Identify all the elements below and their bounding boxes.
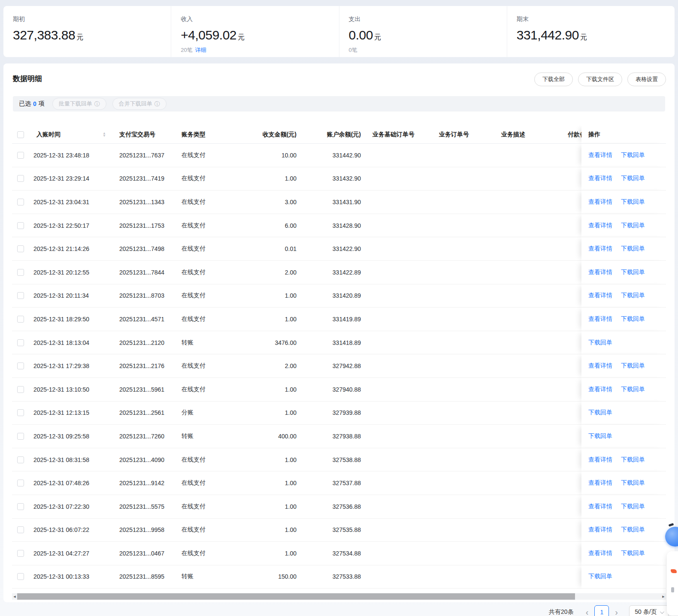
download-receipt-link[interactable]: 下载回单 <box>621 269 645 276</box>
row-checkbox[interactable] <box>17 503 24 510</box>
view-details-link[interactable]: 查看详情 <box>588 245 612 253</box>
row-actions: 查看详情下载回单 <box>581 144 666 167</box>
header-cell-order[interactable]: 业务订单号 <box>433 131 496 139</box>
download-receipt-link[interactable]: 下载回单 <box>621 362 645 370</box>
cell-type: 在线支付 <box>176 456 236 464</box>
cell-type: 在线支付 <box>176 222 236 229</box>
view-details-link[interactable]: 查看详情 <box>588 269 612 276</box>
download-receipt-link[interactable]: 下载回单 <box>621 292 645 299</box>
cell-balance: 327533.88 <box>303 573 367 580</box>
cell-amount: 1.00 <box>236 292 303 299</box>
cell-amount: 1.00 <box>236 409 303 416</box>
view-details-link[interactable]: 查看详情 <box>588 292 612 299</box>
row-checkbox[interactable] <box>17 222 24 229</box>
download-file-area-button[interactable]: 下载文件区 <box>578 72 622 86</box>
row-checkbox[interactable] <box>17 456 24 463</box>
prev-page-button[interactable]: ‹ <box>581 608 593 616</box>
cell-time: 2025-12-31 06:07:22 <box>31 526 114 533</box>
view-details-link[interactable]: 查看详情 <box>588 151 612 159</box>
view-details-link[interactable]: 查看详情 <box>588 503 612 510</box>
summary-card-unit: 元 <box>374 33 381 42</box>
download-receipt-link[interactable]: 下载回单 <box>621 198 645 206</box>
row-checkbox[interactable] <box>17 409 24 416</box>
summary-detail-link[interactable]: 详细 <box>195 47 206 53</box>
header-label: 入账时间 <box>36 131 61 139</box>
select-all-checkbox[interactable] <box>17 131 24 138</box>
current-page-button[interactable]: 1 <box>594 605 609 616</box>
row-checkbox[interactable] <box>17 362 24 369</box>
download-receipt-link[interactable]: 下载回单 <box>588 432 612 440</box>
download-receipt-link[interactable]: 下载回单 <box>621 175 645 182</box>
merge-download-receipts-button[interactable]: 合并下载回单ⓘ <box>112 98 166 110</box>
cell-amount: 1.00 <box>236 456 303 463</box>
summary-card-count: 0笔 <box>349 47 357 53</box>
header-cell-type[interactable]: 账务类型 <box>176 131 236 139</box>
cell-amount: 0.01 <box>236 245 303 252</box>
download-receipt-link[interactable]: 下载回单 <box>621 503 645 510</box>
download-receipt-link[interactable]: 下载回单 <box>621 151 645 159</box>
download-receipt-link[interactable]: 下载回单 <box>621 315 645 323</box>
scroll-right-icon[interactable]: ▶ <box>661 593 666 600</box>
header-cell-base-order[interactable]: 业务基础订单号 <box>367 131 433 139</box>
table-row: 2025-12-31 04:27:2720251231...0467在线支付1.… <box>12 542 666 565</box>
table-settings-button[interactable]: 表格设置 <box>627 72 666 86</box>
summary-card-sub: 20笔详细 <box>181 46 339 54</box>
assistant-panel[interactable] <box>667 551 678 616</box>
download-receipt-link[interactable]: 下载回单 <box>588 573 612 580</box>
download-receipt-link[interactable]: 下载回单 <box>621 386 645 393</box>
header-label: 账户余额(元) <box>327 131 361 139</box>
download-receipt-link[interactable]: 下载回单 <box>588 339 612 347</box>
cell-type: 在线支付 <box>176 175 236 182</box>
download-receipt-link[interactable]: 下载回单 <box>621 222 645 229</box>
row-checkbox[interactable] <box>17 175 24 182</box>
batch-download-receipts-button[interactable]: 批量下载回单ⓘ <box>52 98 106 110</box>
sort-icon[interactable]: ▲▼ <box>103 132 106 137</box>
row-checkbox[interactable] <box>17 386 24 393</box>
download-receipt-link[interactable]: 下载回单 <box>621 550 645 557</box>
row-checkbox[interactable] <box>17 573 24 580</box>
view-details-link[interactable]: 查看详情 <box>588 222 612 229</box>
view-details-link[interactable]: 查看详情 <box>588 456 612 464</box>
download-receipt-link[interactable]: 下载回单 <box>588 409 612 417</box>
row-checkbox[interactable] <box>17 339 24 346</box>
view-details-link[interactable]: 查看详情 <box>588 386 612 393</box>
row-checkbox[interactable] <box>17 480 24 486</box>
row-checkbox[interactable] <box>17 152 24 159</box>
row-checkbox[interactable] <box>17 245 24 252</box>
table-row: 2025-12-31 23:29:1420251231...7419在线支付1.… <box>12 167 666 191</box>
view-details-link[interactable]: 查看详情 <box>588 479 612 487</box>
row-checkbox[interactable] <box>17 433 24 440</box>
download-receipt-link[interactable]: 下载回单 <box>621 526 645 534</box>
header-cell-time[interactable]: 入账时间▲▼ <box>31 131 114 139</box>
view-details-link[interactable]: 查看详情 <box>588 550 612 557</box>
header-cell-amount[interactable]: 收支金额(元) <box>236 131 303 139</box>
cell-time: 2025-12-31 07:48:26 <box>31 480 114 486</box>
download-receipt-link[interactable]: 下载回单 <box>621 456 645 464</box>
download-receipt-link[interactable]: 下载回单 <box>621 245 645 253</box>
row-checkbox[interactable] <box>17 550 24 557</box>
cell-txn-id: 20251231...1343 <box>114 199 176 205</box>
download-all-button[interactable]: 下载全部 <box>534 72 573 86</box>
view-details-link[interactable]: 查看详情 <box>588 198 612 206</box>
row-actions: 查看详情下载回单 <box>581 308 666 331</box>
row-checkbox[interactable] <box>17 316 24 323</box>
row-checkbox[interactable] <box>17 269 24 276</box>
view-details-link[interactable]: 查看详情 <box>588 315 612 323</box>
row-checkbox[interactable] <box>17 292 24 299</box>
header-cell-balance[interactable]: 账户余额(元) <box>303 131 367 139</box>
view-details-link[interactable]: 查看详情 <box>588 362 612 370</box>
summary-card-value: 327,383.88 <box>13 28 75 42</box>
header-cell-txn-id[interactable]: 支付宝交易号 <box>114 131 176 139</box>
scroll-left-icon[interactable]: ◀ <box>12 593 17 600</box>
row-actions: 查看详情下载回单 <box>581 214 666 238</box>
view-details-link[interactable]: 查看详情 <box>588 526 612 534</box>
header-cell-description[interactable]: 业务描述 <box>496 131 562 139</box>
row-checkbox[interactable] <box>17 526 24 533</box>
page-size-select[interactable]: 50 条/页 <box>629 605 669 616</box>
view-details-link[interactable]: 查看详情 <box>588 175 612 182</box>
horizontal-scrollbar[interactable]: ◀ ▶ <box>12 593 666 600</box>
scrollbar-thumb[interactable] <box>17 593 575 600</box>
row-checkbox[interactable] <box>17 199 24 205</box>
download-receipt-link[interactable]: 下载回单 <box>621 479 645 487</box>
next-page-button[interactable]: › <box>611 608 622 616</box>
